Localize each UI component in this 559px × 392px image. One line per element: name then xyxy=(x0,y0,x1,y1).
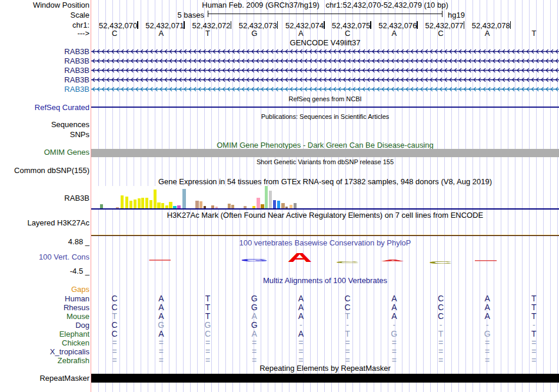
svg-text:A: A xyxy=(381,260,405,262)
svg-text:G: G xyxy=(240,259,269,263)
svg-text:C: C xyxy=(428,261,452,265)
svg-text:A: A xyxy=(287,251,312,265)
svg-text:C: C xyxy=(335,261,360,263)
